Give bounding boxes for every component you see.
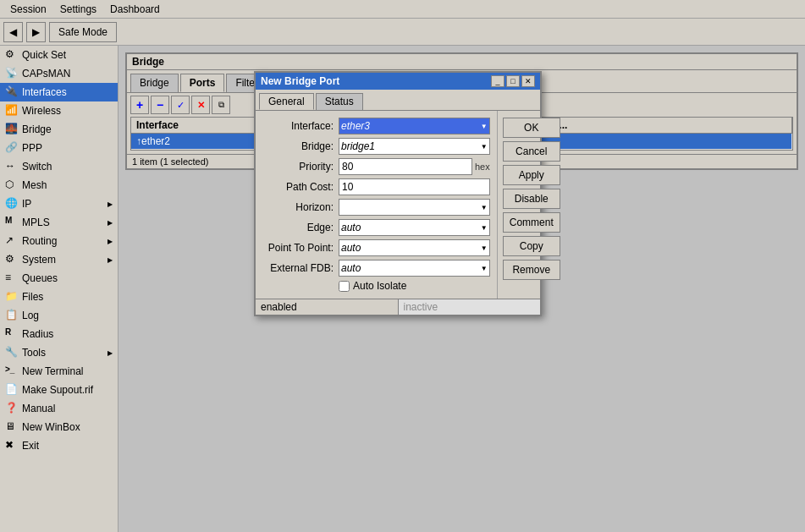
sidebar-label-radius: Radius	[22, 328, 53, 340]
x-button[interactable]: ✕	[191, 96, 210, 114]
edge-dropdown-icon: ▼	[481, 224, 488, 232]
bridge-dropdown-icon: ▼	[481, 143, 488, 151]
edge-select[interactable]: auto ▼	[339, 219, 490, 236]
interface-select[interactable]: ether3 ▼	[339, 118, 490, 134]
add-button[interactable]: +	[130, 96, 149, 114]
sidebar-item-ppp[interactable]: 🔗 PPP	[0, 139, 118, 157]
delete-button[interactable]: −	[151, 96, 169, 114]
external-fdb-dropdown-icon: ▼	[481, 265, 488, 272]
sidebar-item-manual[interactable]: ❓ Manual	[0, 399, 118, 418]
sidebar-label-interfaces: Interfaces	[22, 86, 67, 98]
point-to-point-select[interactable]: auto ▼	[339, 239, 490, 256]
dialog-status-bar: enabled inactive	[256, 299, 540, 315]
check-button[interactable]: ✓	[171, 96, 190, 114]
queues-icon: ≡	[5, 271, 19, 285]
interface-value: ether3	[341, 120, 370, 132]
sidebar-label-new-terminal: New Terminal	[22, 365, 83, 377]
menu-session[interactable]: Session	[3, 2, 53, 17]
dialog-tab-general[interactable]: General	[259, 93, 314, 110]
form-row-priority: Priority: hex	[262, 158, 490, 175]
horizon-label: Horizon:	[262, 201, 339, 213]
ppp-icon: 🔗	[5, 141, 19, 155]
point-to-point-label: Point To Point:	[262, 242, 339, 254]
dialog-body: Interface: ether3 ▼ Bridge: bridge1 ▼	[256, 111, 540, 299]
priority-input[interactable]	[339, 158, 472, 175]
path-cost-label: Path Cost:	[262, 181, 339, 193]
dialog-minimize-button[interactable]: _	[491, 75, 505, 87]
sidebar-item-switch[interactable]: ↔ Switch	[0, 157, 118, 176]
sidebar-item-make-supout[interactable]: 📄 Make Supout.rif	[0, 381, 118, 399]
mesh-icon: ⬡	[5, 178, 19, 192]
priority-label: Priority:	[262, 161, 339, 173]
copy-table-button[interactable]: ⧉	[212, 96, 230, 114]
sidebar-item-new-winbox[interactable]: 🖥 New WinBox	[0, 418, 118, 436]
disable-button[interactable]: Disable	[503, 189, 560, 209]
dialog-close-button[interactable]: ✕	[521, 75, 535, 87]
sidebar-label-ppp: PPP	[22, 142, 42, 154]
edge-value: auto	[341, 222, 361, 233]
ip-arrow-icon: ▶	[108, 200, 113, 208]
dialog-window-controls: _ □ ✕	[491, 75, 535, 87]
form-row-point-to-point: Point To Point: auto ▼	[262, 239, 490, 256]
remove-button[interactable]: Remove	[503, 260, 560, 280]
supout-icon: 📄	[5, 383, 19, 397]
sidebar-item-bridge[interactable]: 🌉 Bridge	[0, 120, 118, 139]
comment-button[interactable]: Comment	[503, 212, 560, 233]
menubar: Session Settings Dashboard	[0, 0, 805, 19]
dialog-tab-status[interactable]: Status	[316, 93, 363, 110]
form-row-interface: Interface: ether3 ▼	[262, 118, 490, 134]
sidebar-item-mpls[interactable]: M MPLS ▶	[0, 213, 118, 232]
sidebar-item-quick-set[interactable]: ⚙ Quick Set	[0, 46, 118, 64]
back-button[interactable]: ◀	[3, 22, 23, 42]
cancel-button[interactable]: Cancel	[503, 141, 560, 162]
sidebar-item-ip[interactable]: 🌐 IP ▶	[0, 195, 118, 213]
external-fdb-value: auto	[341, 262, 361, 274]
tab-ports[interactable]: Ports	[180, 74, 225, 92]
sidebar-item-capsman[interactable]: 📡 CAPsMAN	[0, 64, 118, 83]
sidebar-item-system[interactable]: ⚙ System ▶	[0, 250, 118, 269]
ok-button[interactable]: OK	[503, 118, 560, 138]
auto-isolate-checkbox[interactable]	[339, 281, 350, 292]
main-layout: ⚙ Quick Set 📡 CAPsMAN 🔌 Interfaces 📶 Wir…	[0, 46, 805, 532]
apply-button[interactable]: Apply	[503, 165, 560, 185]
form-row-external-fdb: External FDB: auto ▼	[262, 260, 490, 277]
path-cost-input[interactable]	[339, 178, 490, 195]
edge-label: Edge:	[262, 222, 339, 233]
forward-button[interactable]: ▶	[26, 22, 46, 42]
sidebar-item-files[interactable]: 📁 Files	[0, 288, 118, 306]
point-to-point-dropdown-icon: ▼	[481, 244, 488, 252]
dialog-maximize-button[interactable]: □	[506, 75, 520, 87]
sidebar-item-queues[interactable]: ≡ Queues	[0, 269, 118, 288]
exit-icon: ✖	[5, 439, 19, 452]
sidebar-label-manual: Manual	[22, 403, 55, 414]
sidebar-item-wireless[interactable]: 📶 Wireless	[0, 101, 118, 120]
horizon-select[interactable]: ▼	[339, 199, 490, 216]
sidebar-label-switch: Switch	[22, 161, 52, 173]
wireless-icon: 📶	[5, 104, 19, 118]
mpls-icon: M	[5, 216, 19, 229]
bridge-label: Bridge:	[262, 140, 339, 152]
menu-dashboard[interactable]: Dashboard	[103, 2, 167, 17]
sidebar-label-wireless: Wireless	[22, 105, 61, 117]
sidebar: ⚙ Quick Set 📡 CAPsMAN 🔌 Interfaces 📶 Wir…	[0, 46, 119, 532]
sidebar-item-new-terminal[interactable]: >_ New Terminal	[0, 362, 118, 381]
toolbar: ◀ ▶ Safe Mode	[0, 19, 805, 46]
bridge-panel-title: Bridge	[127, 54, 797, 70]
menu-settings[interactable]: Settings	[53, 2, 103, 17]
form-row-bridge: Bridge: bridge1 ▼	[262, 138, 490, 155]
external-fdb-select[interactable]: auto ▼	[339, 260, 490, 277]
interface-dropdown-icon: ▼	[481, 123, 488, 130]
sidebar-item-tools[interactable]: 🔧 Tools ▶	[0, 343, 118, 362]
tab-bridge[interactable]: Bridge	[130, 74, 179, 92]
sidebar-item-mesh[interactable]: ⬡ Mesh	[0, 176, 118, 195]
sidebar-item-routing[interactable]: ↗ Routing ▶	[0, 232, 118, 250]
sidebar-item-interfaces[interactable]: 🔌 Interfaces	[0, 83, 118, 101]
sidebar-item-log[interactable]: 📋 Log	[0, 306, 118, 325]
copy-button[interactable]: Copy	[503, 236, 560, 256]
bridge-select[interactable]: bridge1 ▼	[339, 138, 490, 155]
sidebar-item-exit[interactable]: ✖ Exit	[0, 436, 118, 455]
routing-icon: ↗	[5, 234, 19, 248]
sidebar-item-radius[interactable]: R Radius	[0, 325, 118, 343]
safe-mode-button[interactable]: Safe Mode	[49, 22, 117, 42]
winbox-icon: 🖥	[5, 420, 19, 434]
